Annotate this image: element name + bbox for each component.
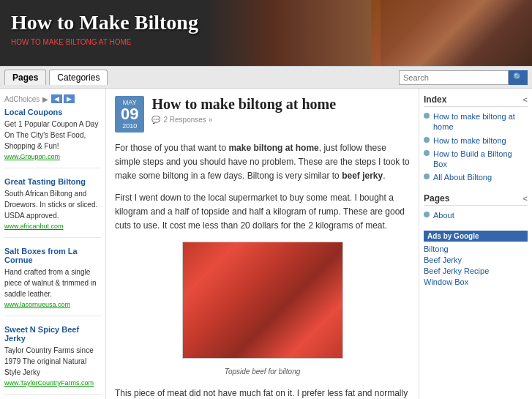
right-sidebar: Index < How to make biltong at home How … bbox=[419, 89, 532, 399]
article-para-3: This piece of meat did not have much fat… bbox=[115, 387, 410, 399]
ad-title-3[interactable]: Salt Boxes from La Cornue bbox=[4, 247, 101, 264]
ad-desc-1: Get 1 Popular Coupon A Day On The City's… bbox=[4, 120, 98, 150]
main-layout: AdChoices ▶ ◀ ▶ Local Coupons Get 1 Popu… bbox=[0, 89, 532, 399]
ad-desc-4: Taylor Country Farms since 1979 The orig… bbox=[4, 346, 94, 376]
pages-dot-1 bbox=[424, 212, 430, 217]
article-day: 09 bbox=[121, 106, 138, 122]
article-image bbox=[182, 242, 343, 359]
index-dot-4 bbox=[424, 174, 430, 179]
ad-desc-2: South African Biltong and Droewors. In s… bbox=[4, 190, 97, 220]
index-item-3: How to Build a Biltong Box bbox=[424, 149, 528, 170]
ad-nav: ◀ ▶ bbox=[51, 94, 75, 103]
index-item-1: How to make biltong at home bbox=[424, 111, 528, 133]
ad-block-3: Salt Boxes from La Cornue Hand crafted f… bbox=[4, 247, 101, 316]
ad-url-1[interactable]: www.Groupon.com bbox=[4, 153, 101, 160]
search-bar: 🔍 bbox=[399, 70, 528, 85]
navbar: Pages Categories 🔍 bbox=[0, 66, 532, 89]
article-para-1: For those of you that want to make bilto… bbox=[115, 141, 410, 184]
search-input[interactable] bbox=[399, 70, 509, 85]
article-responses[interactable]: 2 Responses » bbox=[163, 116, 212, 124]
pages-widget-header: Pages < bbox=[424, 193, 528, 206]
ad-next-btn[interactable]: ▶ bbox=[64, 94, 75, 103]
article-meta: 💬 2 Responses » bbox=[151, 116, 336, 124]
index-dot-2 bbox=[424, 137, 430, 143]
image-caption: Topside beef for biltong bbox=[115, 366, 410, 378]
index-widget: Index < How to make biltong at home How … bbox=[424, 94, 528, 183]
ad-url-3[interactable]: www.lacornueusa.com bbox=[4, 301, 101, 308]
ad-label: AdChoices bbox=[4, 95, 40, 103]
index-widget-header: Index < bbox=[424, 94, 528, 107]
ad-block-4: Sweet N Spicy Beef Jerky Taylor Country … bbox=[4, 325, 101, 395]
ad-arrow-icon: ▶ bbox=[42, 95, 48, 103]
ads-link-4[interactable]: Window Box bbox=[424, 277, 528, 286]
ad-title-1[interactable]: Local Coupons bbox=[4, 108, 101, 116]
article-title: How to make biltong at home bbox=[151, 96, 336, 113]
ad-url-4[interactable]: www.TaylorCountryFarms.com bbox=[4, 379, 101, 387]
header-bg-right bbox=[371, 0, 532, 66]
index-link-4[interactable]: All About Biltong bbox=[433, 172, 492, 182]
article-image-container: Topside beef for biltong bbox=[115, 242, 410, 378]
ad-block-2: Great Tasting Biltong South African Bilt… bbox=[4, 177, 101, 238]
page-header: How to Make Biltong HOW TO MAKE BILTONG … bbox=[0, 0, 532, 66]
article-header: May 09 2010 How to make biltong at home … bbox=[115, 96, 410, 133]
ad-choices-header: AdChoices ▶ ◀ ▶ bbox=[4, 94, 101, 103]
index-widget-title: Index bbox=[424, 94, 446, 105]
index-link-1[interactable]: How to make biltong at home bbox=[433, 111, 528, 133]
ad-title-2[interactable]: Great Tasting Biltong bbox=[4, 177, 101, 186]
index-link-2[interactable]: How to make biltong bbox=[433, 135, 506, 146]
site-subtitle: HOW TO MAKE BILTONG AT HOME bbox=[11, 38, 131, 46]
main-content: May 09 2010 How to make biltong at home … bbox=[106, 89, 419, 399]
article-para-2: First I went down to the local supermark… bbox=[115, 191, 410, 234]
search-button[interactable]: 🔍 bbox=[509, 70, 528, 85]
nav-tab-categories[interactable]: Categories bbox=[49, 70, 108, 85]
ad-title-4[interactable]: Sweet N Spicy Beef Jerky bbox=[4, 325, 101, 343]
site-title: How to Make Biltong bbox=[11, 11, 198, 34]
index-collapse-btn[interactable]: < bbox=[523, 95, 528, 104]
pages-item-1: About bbox=[424, 210, 528, 220]
ads-widget: Ads by Google Biltong Beef Jerky Beef Je… bbox=[424, 231, 528, 286]
ads-widget-header: Ads by Google bbox=[424, 231, 528, 242]
ads-link-1[interactable]: Biltong bbox=[424, 245, 528, 253]
header-bg-center bbox=[205, 0, 381, 66]
comment-icon: 💬 bbox=[151, 116, 160, 124]
pages-link-1[interactable]: About bbox=[433, 210, 454, 220]
ads-link-3[interactable]: Beef Jerky Recipe bbox=[424, 266, 528, 275]
index-item-2: How to make biltong bbox=[424, 135, 528, 146]
index-dot-1 bbox=[424, 113, 430, 119]
pages-widget: Pages < About bbox=[424, 193, 528, 220]
ad-desc-3: Hand crafted from a single piece of waln… bbox=[4, 268, 97, 298]
ad-prev-btn[interactable]: ◀ bbox=[51, 94, 62, 103]
ad-url-2[interactable]: www.africanhut.com bbox=[4, 223, 101, 230]
index-dot-3 bbox=[424, 150, 430, 156]
left-sidebar: AdChoices ▶ ◀ ▶ Local Coupons Get 1 Popu… bbox=[0, 89, 106, 399]
index-link-3[interactable]: How to Build a Biltong Box bbox=[433, 149, 528, 170]
article-title-area: How to make biltong at home 💬 2 Response… bbox=[151, 96, 336, 124]
pages-widget-title: Pages bbox=[424, 193, 449, 204]
article-date-box: May 09 2010 bbox=[115, 96, 144, 133]
article-year: 2010 bbox=[121, 122, 138, 130]
ads-link-2[interactable]: Beef Jerky bbox=[424, 256, 528, 264]
index-item-4: All About Biltong bbox=[424, 172, 528, 182]
nav-tab-pages[interactable]: Pages bbox=[4, 70, 46, 85]
ad-block-1: Local Coupons Get 1 Popular Coupon A Day… bbox=[4, 108, 101, 168]
article-body: For those of you that want to make bilto… bbox=[115, 141, 410, 399]
pages-collapse-btn[interactable]: < bbox=[523, 194, 528, 203]
